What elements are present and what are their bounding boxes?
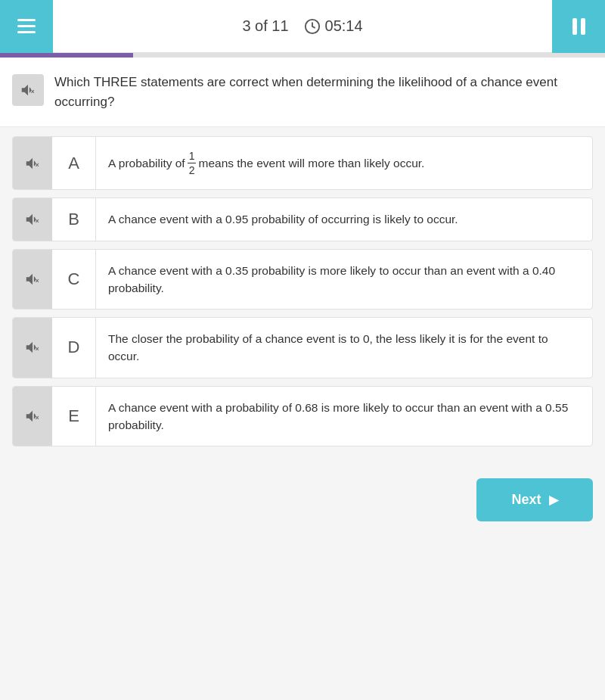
option-b-audio-button[interactable]: × bbox=[13, 198, 52, 240]
options-container: × A A probability of 1 2 means the event… bbox=[0, 127, 605, 456]
timer-text: 05:14 bbox=[325, 17, 363, 35]
option-a-text-after: means the event will more than likely oc… bbox=[198, 154, 424, 172]
option-b-text: A chance event with a 0.95 probability o… bbox=[108, 210, 458, 228]
svg-text:×: × bbox=[36, 414, 39, 421]
option-b-row[interactable]: × B A chance event with a 0.95 probabili… bbox=[12, 198, 593, 241]
option-c-text: A chance event with a 0.35 probability i… bbox=[108, 262, 580, 297]
header: 3 of 11 05:14 bbox=[0, 0, 605, 53]
speaker-c-icon: × bbox=[24, 271, 41, 288]
fraction-numerator: 1 bbox=[188, 149, 197, 163]
option-a-letter-cell: A bbox=[52, 137, 96, 189]
hamburger-icon bbox=[17, 19, 36, 33]
option-c-audio-button[interactable]: × bbox=[13, 250, 52, 310]
option-a-fraction: 1 2 bbox=[188, 149, 197, 177]
svg-text:×: × bbox=[36, 218, 39, 225]
svg-text:×: × bbox=[36, 346, 39, 353]
speaker-icon: × bbox=[20, 82, 36, 98]
menu-button[interactable] bbox=[0, 0, 53, 53]
next-button[interactable]: Next ▶ bbox=[476, 478, 593, 521]
option-e-letter: E bbox=[68, 406, 79, 426]
fraction-denominator: 2 bbox=[188, 163, 197, 177]
option-d-letter: D bbox=[68, 338, 80, 357]
option-a-letter: A bbox=[68, 154, 79, 173]
option-b-letter: B bbox=[68, 210, 79, 229]
option-e-audio-button[interactable]: × bbox=[13, 387, 52, 446]
option-a-audio-button[interactable]: × bbox=[13, 137, 52, 189]
speaker-b-icon: × bbox=[24, 211, 41, 228]
option-e-letter-cell: E bbox=[52, 387, 96, 446]
option-d-row[interactable]: × D The closer the probability of a chan… bbox=[12, 317, 593, 378]
question-area: × Which THREE statements are correct whe… bbox=[0, 58, 605, 127]
option-a-row[interactable]: × A A probability of 1 2 means the event… bbox=[12, 136, 593, 190]
next-arrow-icon: ▶ bbox=[549, 493, 558, 507]
option-c-letter: C bbox=[68, 269, 80, 289]
option-c-letter-cell: C bbox=[52, 250, 96, 310]
speaker-a-icon: × bbox=[24, 155, 41, 172]
pause-button[interactable] bbox=[552, 0, 605, 53]
svg-text:×: × bbox=[31, 89, 35, 95]
question-text: Which THREE statements are correct when … bbox=[54, 73, 593, 111]
option-d-audio-button[interactable]: × bbox=[13, 318, 52, 378]
question-audio-button[interactable]: × bbox=[12, 74, 44, 106]
option-d-text: The closer the probability of a chance e… bbox=[108, 330, 580, 366]
option-e-content: A chance event with a probability of 0.6… bbox=[96, 387, 592, 446]
option-e-text: A chance event with a probability of 0.6… bbox=[108, 399, 580, 434]
progress-text: 3 of 11 bbox=[242, 17, 288, 35]
option-e-row[interactable]: × E A chance event with a probability of… bbox=[12, 386, 593, 447]
timer-area: 05:14 bbox=[304, 17, 363, 35]
speaker-e-icon: × bbox=[24, 408, 41, 425]
speaker-d-icon: × bbox=[24, 339, 41, 356]
option-b-letter-cell: B bbox=[52, 198, 96, 240]
svg-text:×: × bbox=[36, 277, 39, 284]
option-b-content: A chance event with a 0.95 probability o… bbox=[96, 198, 592, 240]
clock-icon bbox=[304, 18, 321, 35]
option-c-content: A chance event with a 0.35 probability i… bbox=[96, 250, 592, 310]
option-a-text-before: A probability of bbox=[108, 154, 185, 172]
option-d-letter-cell: D bbox=[52, 318, 96, 378]
svg-text:×: × bbox=[36, 161, 39, 168]
header-center: 3 of 11 05:14 bbox=[53, 17, 552, 35]
option-d-content: The closer the probability of a chance e… bbox=[96, 318, 592, 378]
next-label: Next bbox=[511, 492, 541, 508]
pause-icon bbox=[572, 18, 585, 35]
option-c-row[interactable]: × C A chance event with a 0.35 probabili… bbox=[12, 249, 593, 310]
footer: Next ▶ bbox=[0, 463, 605, 537]
option-a-content: A probability of 1 2 means the event wil… bbox=[96, 137, 592, 189]
